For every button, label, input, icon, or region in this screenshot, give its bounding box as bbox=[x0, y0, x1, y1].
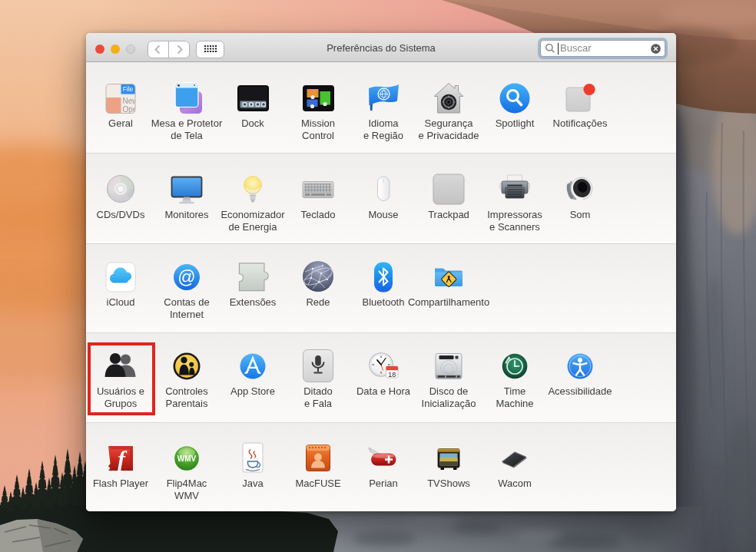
svg-text:@: @ bbox=[177, 267, 195, 287]
svg-text:18: 18 bbox=[388, 371, 396, 378]
svg-text:WMV: WMV bbox=[177, 454, 197, 463]
svg-text:New: New bbox=[123, 97, 139, 105]
svg-text:File: File bbox=[123, 85, 134, 93]
